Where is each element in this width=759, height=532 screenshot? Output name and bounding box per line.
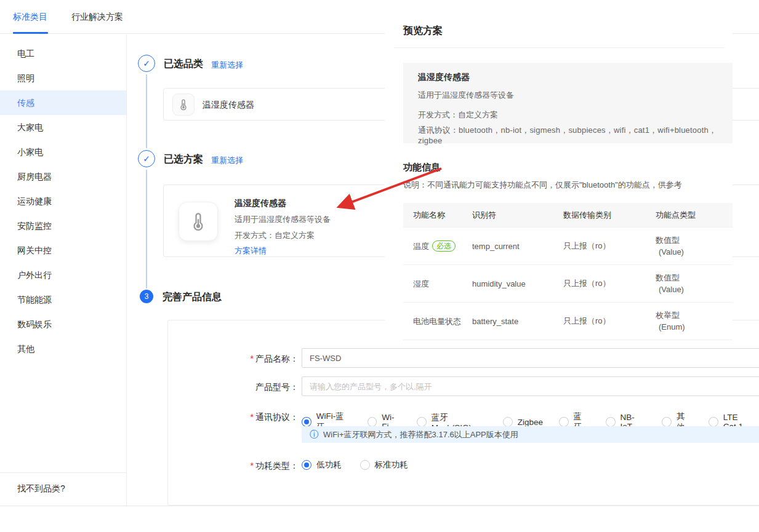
product-model-label: 产品型号： [219, 382, 299, 393]
sidebar-item-lighting[interactable]: 照明 [0, 66, 126, 90]
step1-reselect-link[interactable]: 重新选择 [211, 60, 243, 71]
sidebar-item-kitchen-appliance[interactable]: 厨房电器 [0, 164, 126, 189]
product-name-label: *产品名称： [219, 354, 299, 365]
product-name-input[interactable] [302, 348, 759, 368]
dp-type: 数值型(Value) [654, 234, 733, 258]
function-table-header: 功能名称 识别符 数据传输类别 功能点类型 [403, 203, 733, 228]
sidebar-item-energy[interactable]: 节能能源 [0, 287, 126, 312]
step1-title: 已选品类 [164, 58, 203, 71]
step3-title: 完善产品信息 [163, 291, 222, 304]
table-row: 温度必选 temp_current 只上报（ro） 数值型(Value) [403, 228, 733, 265]
sidebar-item-large-appliance[interactable]: 大家电 [0, 115, 126, 140]
step3-number-circle: 3 [140, 290, 153, 303]
dp-code: humidity_value [471, 279, 562, 288]
step2-title: 已选方案 [164, 153, 203, 166]
preview-dev-mode: 开发方式：自定义方案 [418, 109, 718, 121]
required-mark: * [251, 412, 254, 422]
category-sidebar: 电工 照明 传感 大家电 小家电 厨房电器 运动健康 安防监控 网关中控 户外出… [0, 34, 127, 506]
sidebar-item-outdoor[interactable]: 户外出行 [0, 263, 126, 287]
dp-name: 温度 [413, 240, 429, 252]
preview-solution-name: 温湿度传感器 [418, 72, 718, 83]
preview-panel: 预览方案 温湿度传感器 适用于温湿度传感器等设备 开发方式：自定义方案 通讯协议… [385, 0, 733, 344]
tab-standard-category[interactable]: 标准类目 [13, 12, 47, 23]
table-row: 湿度 humidity_value 只上报（ro） 数值型(Value) [403, 265, 733, 303]
radio-icon [606, 417, 616, 427]
radio-icon [709, 417, 718, 427]
cannot-find-category-link[interactable]: 找不到品类? [0, 472, 126, 506]
radio-icon [367, 417, 377, 427]
check-icon: ✓ [143, 58, 150, 68]
sidebar-item-small-appliance[interactable]: 小家电 [0, 140, 126, 164]
step-connector-line [146, 74, 147, 148]
preview-summary-box: 温湿度传感器 适用于温湿度传感器等设备 开发方式：自定义方案 通讯协议：blue… [403, 63, 733, 143]
protocol-label: *通讯协议： [219, 412, 299, 423]
radio-icon [503, 417, 513, 427]
radio-icon [302, 417, 311, 427]
sidebar-item-gateway[interactable]: 网关中控 [0, 238, 126, 263]
solution-detail-link[interactable]: 方案详情 [235, 245, 331, 256]
sidebar-item-security[interactable]: 安防监控 [0, 213, 126, 238]
preview-solution-desc: 适用于温湿度传感器等设备 [418, 90, 718, 101]
step1-check-circle: ✓ [138, 55, 155, 72]
solution-desc: 适用于温湿度传感器等设备 [235, 214, 331, 225]
dp-type: 枚举型(Enum) [654, 309, 733, 333]
dp-type: 数值型(Value) [654, 272, 733, 295]
sidebar-item-other[interactable]: 其他 [0, 336, 126, 361]
solution-card-text: 温湿度传感器 适用于温湿度传感器等设备 开发方式：自定义方案 方案详情 [235, 198, 331, 256]
power-type-radio-group: 低功耗 标准功耗 [302, 459, 408, 470]
radio-icon [417, 417, 427, 427]
step2-reselect-link[interactable]: 重新选择 [211, 155, 243, 166]
footer-bar: 创建产品 [0, 506, 759, 532]
dp-transfer: 只上报（ro） [562, 240, 654, 252]
selected-category-name: 温湿度传感器 [203, 89, 254, 121]
required-mark: * [251, 354, 254, 363]
col-function-name: 功能名称 [403, 210, 471, 221]
sidebar-item-sport-health[interactable]: 运动健康 [0, 189, 126, 213]
power-type-label: *功耗类型： [219, 461, 299, 472]
col-dp-type: 功能点类型 [654, 209, 733, 221]
function-info-title: 功能信息 [403, 162, 440, 173]
step-connector-line [146, 170, 147, 288]
preview-title: 预览方案 [403, 25, 443, 38]
radio-icon [360, 460, 370, 470]
sidebar-item-sensor[interactable]: 传感 [0, 90, 126, 115]
check-icon: ✓ [143, 154, 150, 164]
thermometer-icon [177, 98, 190, 111]
sidebar-item-entertainment[interactable]: 数码娱乐 [0, 312, 126, 336]
col-transfer-type: 数据传输类别 [562, 210, 654, 221]
step2-check-circle: ✓ [138, 150, 155, 167]
function-info-note: 说明：不同通讯能力可能支持功能点不同，仅展示"bluetooth"的功能点，供参… [403, 180, 682, 191]
solution-icon-box [179, 202, 218, 241]
function-table: 功能名称 识别符 数据传输类别 功能点类型 温度必选 temp_current … [403, 203, 733, 340]
radio-icon [662, 417, 672, 427]
preview-protocols: 通讯协议：bluetooth，nb-iot，sigmesh，subpieces，… [418, 125, 718, 145]
thermometer-icon [187, 210, 209, 232]
solution-name: 温湿度传感器 [235, 198, 331, 209]
dp-code: battery_state [471, 317, 562, 326]
info-icon: ⓘ [310, 429, 318, 440]
dp-code: temp_current [471, 242, 562, 251]
radio-zigbee[interactable]: Zigbee [503, 417, 543, 427]
dp-name: 湿度 [413, 278, 429, 290]
dp-transfer: 只上报（ro） [562, 316, 654, 327]
preview-divider [394, 47, 725, 48]
category-icon-box [172, 93, 195, 116]
sidebar-item-electrical[interactable]: 电工 [0, 41, 126, 66]
dp-name: 电池电量状态 [413, 316, 461, 327]
radio-standard-power[interactable]: 标准功耗 [360, 459, 408, 470]
tab-industry-solution[interactable]: 行业解决方案 [71, 12, 123, 23]
table-row: 电池电量状态 battery_state 只上报（ro） 枚举型(Enum) [403, 303, 733, 340]
radio-icon [559, 417, 569, 427]
product-model-input[interactable] [302, 376, 759, 396]
required-badge: 必选 [432, 240, 456, 252]
col-identifier: 识别符 [471, 210, 562, 221]
radio-icon [302, 460, 311, 470]
step3-number: 3 [145, 292, 149, 301]
product-create-page: 标准类目 行业解决方案 电工 照明 传感 大家电 小家电 厨房电器 运动健康 安… [0, 0, 759, 532]
radio-low-power[interactable]: 低功耗 [302, 459, 342, 470]
required-mark: * [251, 461, 254, 470]
active-tab-underline [13, 32, 48, 34]
solution-dev-mode: 开发方式：自定义方案 [235, 230, 331, 241]
protocol-note-text: WiFi+蓝牙联网方式，推荐搭配3.17.6以上APP版本使用 [323, 429, 518, 440]
dp-transfer: 只上报（ro） [562, 278, 654, 289]
